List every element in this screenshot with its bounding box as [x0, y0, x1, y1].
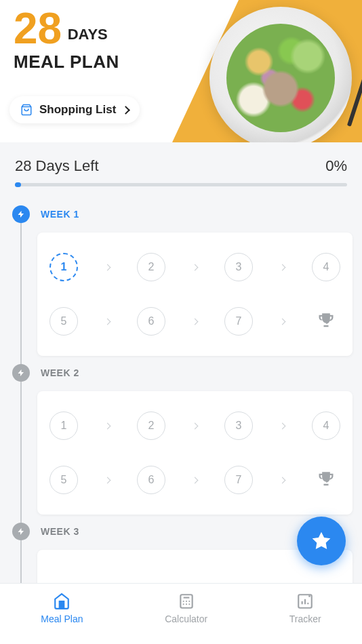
nav-calculator[interactable]: Calculator [165, 592, 207, 624]
progress-percent: 0% [325, 157, 347, 175]
day-5[interactable]: 5 [49, 307, 78, 336]
calculator-icon [178, 592, 195, 610]
bottom-nav: Meal Plan Calculator Tracker [0, 583, 362, 644]
chevron-right-icon [279, 422, 286, 429]
chevron-right-icon [192, 264, 199, 270]
meal-plan-title: MEAL PLAN [14, 52, 119, 73]
day-4[interactable]: 4 [312, 411, 340, 440]
day-1[interactable]: 1 [49, 411, 78, 440]
nav-tracker[interactable]: Tracker [289, 592, 321, 624]
bolt-icon [17, 527, 25, 536]
day-3[interactable]: 3 [224, 411, 253, 440]
week-marker-inactive [12, 364, 30, 382]
chevron-right-icon [104, 422, 111, 429]
week-card: 1 2 3 4 5 6 7 [37, 391, 353, 515]
chevron-right-icon [279, 477, 286, 483]
day-5[interactable]: 5 [49, 466, 78, 494]
meal-plate-image [209, 7, 352, 142]
day-6[interactable]: 6 [137, 466, 165, 494]
day-3[interactable]: 3 [224, 253, 253, 281]
bolt-icon [17, 369, 25, 377]
week-label: WEEK 2 [41, 367, 79, 378]
day-6[interactable]: 6 [137, 307, 165, 336]
week-header: WEEK 1 [0, 205, 362, 223]
chevron-right-icon [104, 264, 111, 270]
header-banner: 28 DAYS MEAL PLAN Shopping List [0, 0, 362, 142]
trophy-icon [312, 466, 340, 494]
day-4[interactable]: 4 [312, 253, 340, 281]
day-7[interactable]: 7 [224, 466, 253, 494]
nav-label: Meal Plan [41, 613, 83, 624]
day-1[interactable]: 1 [49, 253, 78, 281]
days-left-label: 28 Days Left [15, 157, 99, 175]
star-icon [310, 530, 332, 552]
nav-meal-plan[interactable]: Meal Plan [41, 592, 83, 624]
tracker-icon [296, 592, 314, 610]
bolt-icon [17, 210, 25, 218]
trophy-icon [312, 307, 340, 336]
week-label: WEEK 1 [41, 209, 79, 220]
days-label: DAYS [68, 26, 108, 43]
chevron-right-icon [104, 477, 111, 483]
chevron-right-icon [121, 106, 130, 115]
chevron-right-icon [279, 264, 286, 270]
progress-row: 28 Days Left 0% [0, 142, 362, 183]
nav-label: Tracker [289, 613, 321, 624]
day-2[interactable]: 2 [137, 253, 165, 281]
week-2: WEEK 2 1 2 3 4 5 6 7 [0, 364, 362, 515]
chevron-right-icon [192, 422, 199, 429]
shopping-bag-icon [20, 104, 33, 116]
shopping-list-label: Shopping List [39, 103, 116, 117]
chevron-right-icon [104, 318, 111, 325]
meal-plan-icon [53, 592, 71, 610]
days-number: 28 [14, 7, 62, 50]
week-1: WEEK 1 1 2 3 4 5 6 7 [0, 205, 362, 356]
day-2[interactable]: 2 [137, 411, 165, 440]
day-7[interactable]: 7 [224, 307, 253, 336]
week-header: WEEK 2 [0, 364, 362, 382]
shopping-list-button[interactable]: Shopping List [9, 96, 140, 123]
nav-label: Calculator [165, 613, 207, 624]
chevron-right-icon [192, 477, 199, 483]
week-marker-active [12, 205, 30, 223]
favorite-fab[interactable] [297, 517, 346, 565]
week-marker-inactive [12, 523, 30, 540]
week-label: WEEK 3 [41, 526, 79, 537]
chevron-right-icon [279, 318, 286, 325]
week-card: 1 2 3 4 5 6 7 [37, 233, 353, 356]
chevron-right-icon [192, 318, 199, 325]
